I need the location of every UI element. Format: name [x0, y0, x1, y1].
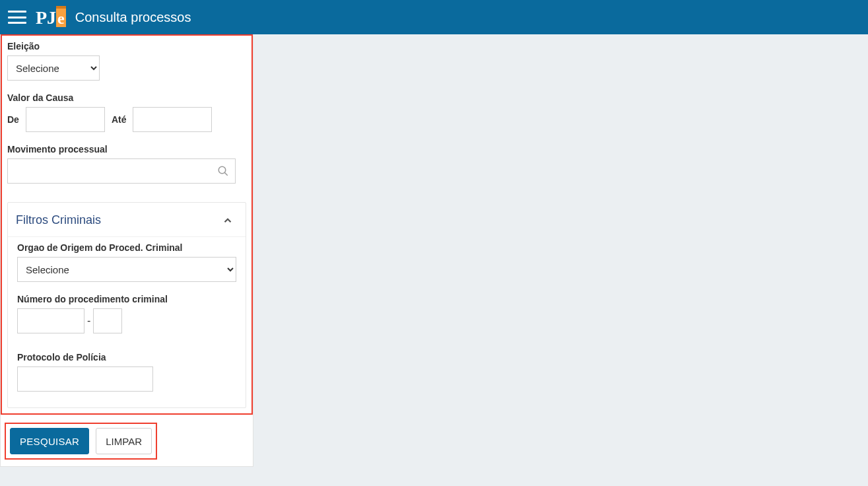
pesquisar-button[interactable]: PESQUISAR	[10, 428, 89, 454]
input-valor-ate[interactable]	[133, 107, 212, 132]
label-ate: Até	[112, 114, 127, 125]
logo-letter-e: e	[57, 10, 65, 27]
filter-panel: Eleição Selecione Valor da Causa De Até	[0, 34, 253, 467]
input-numero-procedimento-b[interactable]	[93, 308, 122, 333]
accordion-title: Filtros Criminais	[16, 213, 101, 227]
page-title: Consulta processos	[75, 10, 191, 25]
label-valor-causa: Valor da Causa	[7, 92, 246, 103]
field-protocolo-policia: Protocolo de Polícia	[17, 352, 236, 392]
menu-icon[interactable]	[8, 11, 26, 24]
accordion-body: Orgao de Origem do Proced. Criminal Sele…	[8, 236, 246, 407]
label-numero-procedimento: Número do procedimento criminal	[17, 294, 236, 304]
label-movimento: Movimento processual	[7, 144, 246, 155]
svg-line-1	[224, 172, 228, 176]
dash-separator: -	[87, 315, 90, 327]
label-eleicao: Eleição	[7, 41, 246, 52]
label-de: De	[7, 114, 19, 125]
field-orgao-origem: Orgao de Origem do Proced. Criminal Sele…	[17, 242, 236, 282]
input-movimento[interactable]	[7, 158, 236, 184]
content: Eleição Selecione Valor da Causa De Até	[0, 34, 868, 467]
chevron-up-icon	[222, 215, 234, 226]
logo-letter-j: J	[47, 7, 56, 28]
logo-letter-p: P	[36, 7, 47, 28]
highlighted-filter-area: Eleição Selecione Valor da Causa De Até	[1, 34, 253, 415]
field-movimento: Movimento processual	[7, 144, 246, 184]
field-numero-procedimento: Número do procedimento criminal -	[17, 294, 236, 333]
top-bar: PJe Consulta processos	[0, 0, 868, 34]
field-valor-causa: Valor da Causa De Até	[7, 92, 246, 132]
input-numero-procedimento-a[interactable]	[17, 308, 84, 333]
input-valor-de[interactable]	[26, 107, 105, 132]
svg-point-0	[218, 166, 226, 174]
label-orgao-origem: Orgao de Origem do Proced. Criminal	[17, 242, 236, 253]
accordion-header-filtros-criminais[interactable]: Filtros Criminais	[8, 203, 246, 236]
search-icon[interactable]	[217, 165, 229, 177]
label-protocolo-policia: Protocolo de Polícia	[17, 352, 236, 363]
app-logo: PJe	[36, 6, 66, 28]
field-eleicao: Eleição Selecione	[7, 41, 246, 81]
buttons-zone: PESQUISAR LIMPAR	[1, 415, 253, 466]
accordion-filtros-criminais: Filtros Criminais Orgao de Origem do Pro…	[7, 202, 246, 408]
input-protocolo-policia[interactable]	[17, 366, 153, 392]
highlighted-buttons-area: PESQUISAR LIMPAR	[5, 423, 157, 460]
select-eleicao[interactable]: Selecione	[7, 55, 100, 81]
select-orgao-origem[interactable]: Selecione	[17, 257, 236, 282]
limpar-button[interactable]: LIMPAR	[96, 428, 152, 454]
